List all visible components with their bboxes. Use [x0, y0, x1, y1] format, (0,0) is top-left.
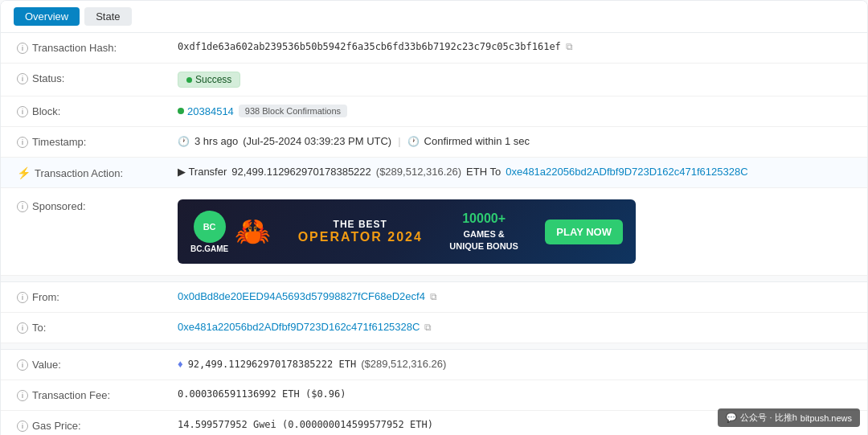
best-text: THE BEST [298, 219, 423, 230]
label-transaction-fee: i Transaction Fee: [17, 388, 178, 401]
value-status: Success [178, 72, 851, 88]
tab-bar: Overview State [1, 1, 867, 33]
confirmations-badge: 938 Block Confirmations [239, 105, 347, 117]
info-icon-to: i [17, 322, 28, 334]
lightning-icon: ⚡ [17, 166, 31, 179]
row-transaction-fee: i Transaction Fee: 0.000306591136992 ETH… [1, 380, 867, 411]
transfer-to-address[interactable]: 0xe481a22056bd2ADfbf9D723D162c471f612532… [506, 166, 747, 178]
separator [1, 276, 867, 282]
tab-overview[interactable]: Overview [14, 7, 80, 26]
label-transaction-action: ⚡ Transaction Action: [17, 166, 178, 179]
label-value: i Value: [17, 358, 178, 371]
timestamp-row: 🕐 3 hrs ago (Jul-25-2024 03:39:23 PM UTC… [178, 135, 530, 147]
from-address-link[interactable]: 0x0dBd8de20EED94A5693d57998827fCF68eD2ec… [178, 290, 425, 302]
label-timestamp: i Timestamp: [17, 135, 178, 148]
tab-state[interactable]: State [84, 7, 131, 26]
row-value: i Value: ♦ 92,499.112962970178385222 ETH… [1, 350, 867, 380]
games-text: GAMES & [449, 228, 518, 240]
row-status: i Status: Success [1, 64, 867, 96]
row-from: i From: 0x0dBd8de20EED94A5693d57998827fC… [1, 282, 867, 313]
watermark-wechat-icon: 💬 [726, 412, 737, 423]
value-from: 0x0dBd8de20EED94A5693d57998827fCF68eD2ec… [178, 290, 851, 302]
sponsored-banner[interactable]: BC BC.GAME 🦀 THE BEST OPERATOR 2024 1000… [178, 199, 636, 264]
bc-logo: BC [194, 211, 226, 243]
value-transaction-action: ▶ Transfer 92,499.112962970178385222 ($2… [178, 166, 851, 178]
value-transaction-fee: 0.000306591136992 ETH ($0.96) [178, 388, 851, 400]
value-sponsored: BC BC.GAME 🦀 THE BEST OPERATOR 2024 1000… [178, 199, 851, 264]
content-area: i Transaction Hash: 0xdf1de63a602ab23953… [1, 33, 867, 435]
info-icon-value: i [17, 359, 28, 371]
unique-text: UNIQUE BONUS [449, 240, 518, 252]
info-icon-timestamp: i [17, 137, 28, 148]
row-sponsored: i Sponsored: BC BC.GAME 🦀 THE BEST OPERA… [1, 188, 867, 276]
count-text: 10000+ [449, 210, 518, 228]
info-icon-sponsored: i [17, 201, 28, 212]
info-icon-gas: i [17, 421, 28, 432]
value-usd: ($289,512,316.26) [361, 358, 446, 370]
info-icon-fee: i [17, 390, 28, 401]
eth-diamond-icon: ♦ [178, 358, 183, 370]
block-dot [178, 108, 184, 114]
row-transaction-hash: i Transaction Hash: 0xdf1de63a602ab23953… [1, 33, 867, 64]
separator-2 [1, 343, 867, 350]
row-to: i To: 0xe481a22056bd2ADfbf9D723D162c471f… [1, 313, 867, 343]
copy-from-icon[interactable]: ⧉ [430, 291, 437, 302]
clock-icon-right: 🕐 [407, 136, 420, 147]
clock-icon-left: 🕐 [178, 136, 190, 147]
info-icon-block: i [17, 106, 28, 117]
copy-to-icon[interactable]: ⧉ [424, 322, 432, 333]
hash-value: 0xdf1de63a602ab239536b50b5942f6a35cb6fd3… [178, 41, 561, 52]
watermark: 💬 公众号 · 比推h bitpush.news [718, 408, 860, 427]
monster-emoji: 🦀 [235, 215, 271, 248]
label-sponsored: i Sponsored: [17, 199, 178, 212]
info-icon-from: i [17, 292, 28, 303]
row-transaction-action: ⚡ Transaction Action: ▶ Transfer 92,499.… [1, 158, 867, 188]
play-now-button[interactable]: PLAY NOW [545, 220, 623, 244]
gas-price-amount: 14.599577952 Gwei (0.000000014599577952 … [178, 419, 433, 430]
watermark-subtext: bitpush.news [800, 413, 852, 423]
copy-hash-icon[interactable]: ⧉ [566, 41, 573, 52]
transfer-usd: ($289,512,316.26) [376, 166, 461, 178]
value-timestamp: 🕐 3 hrs ago (Jul-25-2024 03:39:23 PM UTC… [178, 135, 851, 147]
info-icon-hash: i [17, 43, 28, 54]
info-icon-status: i [17, 73, 28, 84]
value-transaction-hash: 0xdf1de63a602ab239536b50b5942f6a35cb6fd3… [178, 41, 851, 52]
value-amount: 92,499.112962970178385222 ETH [188, 359, 357, 370]
banner-center: THE BEST OPERATOR 2024 [298, 219, 423, 244]
row-block: i Block: 20384514 938 Block Confirmation… [1, 96, 867, 127]
fee-amount: 0.000306591136992 ETH ($0.96) [178, 388, 346, 400]
label-gas-price: i Gas Price: [17, 419, 178, 432]
transfer-prefix: ▶ Transfer [178, 166, 227, 178]
row-timestamp: i Timestamp: 🕐 3 hrs ago (Jul-25-2024 03… [1, 127, 867, 158]
label-to: i To: [17, 321, 178, 334]
label-from: i From: [17, 290, 178, 303]
watermark-text: 公众号 · 比推h [740, 412, 796, 424]
bc-game-label: BC.GAME [190, 244, 228, 253]
pipe-separator: | [398, 135, 400, 147]
transfer-amount: 92,499.112962970178385222 [231, 166, 371, 178]
value-value: ♦ 92,499.112962970178385222 ETH ($289,51… [178, 358, 851, 370]
banner-left: BC BC.GAME 🦀 [190, 211, 271, 253]
label-block: i Block: [17, 105, 178, 117]
label-status: i Status: [17, 72, 178, 84]
main-container: Overview State i Transaction Hash: 0xdf1… [0, 0, 868, 435]
value-block: 20384514 938 Block Confirmations [178, 105, 851, 117]
operator-text: OPERATOR 2024 [298, 230, 423, 244]
status-dot [186, 77, 192, 83]
label-transaction-hash: i Transaction Hash: [17, 41, 178, 54]
transfer-currency: ETH To [466, 166, 501, 178]
value-to: 0xe481a22056bd2ADfbf9D723D162c471f612532… [178, 321, 851, 333]
status-badge: Success [178, 72, 240, 88]
banner-right-info: 10000+ GAMES & UNIQUE BONUS [449, 210, 518, 252]
to-address-link[interactable]: 0xe481a22056bd2ADfbf9D723D162c471f612532… [178, 321, 420, 333]
block-number-link[interactable]: 20384514 [178, 105, 234, 117]
